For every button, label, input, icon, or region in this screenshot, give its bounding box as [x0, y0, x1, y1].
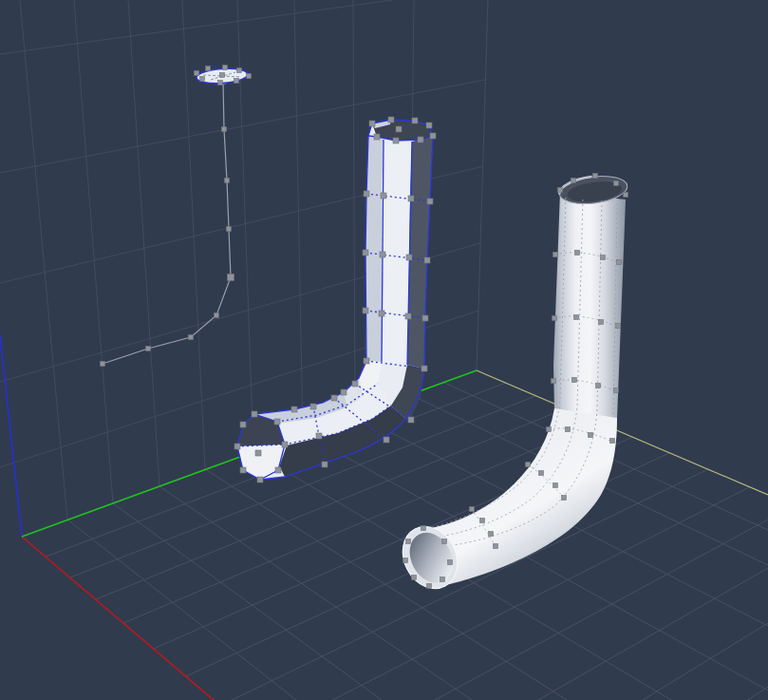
- control-point-handle[interactable]: [562, 496, 567, 501]
- control-point-handle[interactable]: [442, 539, 447, 544]
- control-point-handle[interactable]: [440, 577, 445, 582]
- control-point-handle[interactable]: [405, 313, 411, 319]
- control-point-handle[interactable]: [222, 127, 227, 132]
- control-point-handle[interactable]: [418, 137, 423, 142]
- control-point-handle[interactable]: [553, 316, 557, 321]
- control-point-handle[interactable]: [412, 576, 417, 580]
- control-point-handle[interactable]: [380, 252, 385, 257]
- control-point-handle[interactable]: [252, 411, 257, 417]
- control-point-handle[interactable]: [547, 427, 552, 432]
- control-point-handle[interactable]: [616, 324, 621, 329]
- control-point-handle[interactable]: [424, 257, 430, 263]
- control-point-handle[interactable]: [240, 467, 246, 473]
- control-point-handle[interactable]: [406, 539, 411, 544]
- control-point-handle[interactable]: [374, 134, 380, 140]
- control-point-handle[interactable]: [364, 358, 369, 364]
- control-point-handle[interactable]: [146, 347, 151, 351]
- control-point-handle[interactable]: [406, 255, 412, 260]
- control-point-handle[interactable]: [215, 313, 219, 318]
- control-point-handle[interactable]: [255, 450, 261, 456]
- control-point-handle[interactable]: [275, 467, 281, 473]
- control-point-handle[interactable]: [566, 427, 571, 432]
- viewport-canvas[interactable]: [0, 0, 768, 700]
- control-point-handle[interactable]: [408, 196, 414, 201]
- control-point-handle[interactable]: [575, 251, 580, 255]
- control-point-handle[interactable]: [539, 471, 544, 476]
- control-point-handle[interactable]: [403, 558, 408, 563]
- control-point-handle[interactable]: [237, 68, 242, 73]
- control-point-handle[interactable]: [206, 66, 211, 71]
- control-point-handle[interactable]: [331, 395, 337, 401]
- control-point-handle[interactable]: [381, 193, 386, 199]
- control-point-handle[interactable]: [220, 73, 225, 78]
- control-point-handle[interactable]: [624, 193, 628, 198]
- control-point-handle[interactable]: [593, 174, 598, 179]
- control-point-handle[interactable]: [470, 507, 475, 512]
- control-point-handle[interactable]: [558, 188, 563, 193]
- control-point-handle[interactable]: [363, 308, 368, 313]
- control-point-handle[interactable]: [384, 437, 389, 443]
- control-point-handle[interactable]: [310, 404, 316, 409]
- control-point-handle[interactable]: [526, 463, 531, 467]
- control-point-handle[interactable]: [574, 315, 579, 320]
- control-point-handle[interactable]: [316, 433, 322, 439]
- control-point-handle[interactable]: [552, 379, 556, 384]
- control-point-handle[interactable]: [223, 66, 228, 70]
- control-point-handle[interactable]: [617, 260, 622, 265]
- control-point-handle[interactable]: [227, 227, 232, 232]
- control-point-handle[interactable]: [610, 439, 615, 444]
- control-point-handle[interactable]: [247, 74, 252, 79]
- control-point-handle[interactable]: [322, 462, 328, 467]
- control-point-handle[interactable]: [427, 199, 433, 204]
- control-point-handle[interactable]: [341, 389, 347, 395]
- control-point-handle[interactable]: [494, 544, 498, 549]
- control-point-handle[interactable]: [274, 419, 280, 425]
- facet-left-band: [365, 136, 384, 362]
- control-point-handle[interactable]: [572, 378, 577, 383]
- control-point-handle[interactable]: [422, 315, 428, 321]
- control-point-handle[interactable]: [379, 311, 384, 316]
- control-point-handle[interactable]: [189, 335, 194, 340]
- control-point-handle[interactable]: [480, 519, 485, 523]
- control-point-handle[interactable]: [599, 320, 604, 325]
- control-point-handle[interactable]: [489, 532, 494, 537]
- control-point-handle[interactable]: [448, 560, 453, 565]
- control-point-handle[interactable]: [426, 123, 432, 128]
- control-point-handle[interactable]: [430, 133, 436, 139]
- control-point-handle[interactable]: [257, 477, 263, 482]
- control-point-handle[interactable]: [363, 250, 368, 255]
- control-point-handle[interactable]: [228, 274, 234, 281]
- control-point-handle[interactable]: [234, 79, 239, 84]
- control-point-handle[interactable]: [412, 118, 418, 123]
- control-point-handle[interactable]: [101, 362, 105, 367]
- control-point-handle[interactable]: [614, 388, 619, 393]
- control-point-handle[interactable]: [589, 433, 593, 438]
- control-point-handle[interactable]: [282, 442, 288, 447]
- control-point-handle[interactable]: [200, 77, 205, 82]
- control-point-handle[interactable]: [388, 117, 394, 123]
- control-point-handle[interactable]: [408, 417, 414, 423]
- control-point-handle[interactable]: [218, 81, 223, 85]
- control-point-handle[interactable]: [427, 584, 432, 589]
- control-point-handle[interactable]: [421, 366, 427, 371]
- smooth-pipe-vertical-body[interactable]: [553, 193, 626, 419]
- control-point-handle[interactable]: [291, 407, 297, 412]
- control-point-handle[interactable]: [195, 71, 199, 76]
- control-point-handle[interactable]: [601, 255, 606, 260]
- control-point-handle[interactable]: [571, 179, 576, 183]
- control-point-handle[interactable]: [225, 179, 230, 183]
- control-point-handle[interactable]: [364, 191, 369, 197]
- control-point-handle[interactable]: [596, 384, 601, 388]
- control-point-handle[interactable]: [234, 444, 240, 449]
- control-point-handle[interactable]: [553, 483, 558, 488]
- control-point-handle[interactable]: [369, 121, 375, 126]
- control-point-handle[interactable]: [352, 381, 358, 387]
- control-point-handle[interactable]: [393, 138, 399, 143]
- 3d-viewport[interactable]: [0, 0, 768, 700]
- control-point-handle[interactable]: [240, 422, 246, 427]
- control-point-handle[interactable]: [421, 526, 426, 531]
- control-point-handle[interactable]: [553, 253, 558, 257]
- control-point-handle[interactable]: [396, 126, 402, 132]
- control-point-handle[interactable]: [614, 181, 619, 186]
